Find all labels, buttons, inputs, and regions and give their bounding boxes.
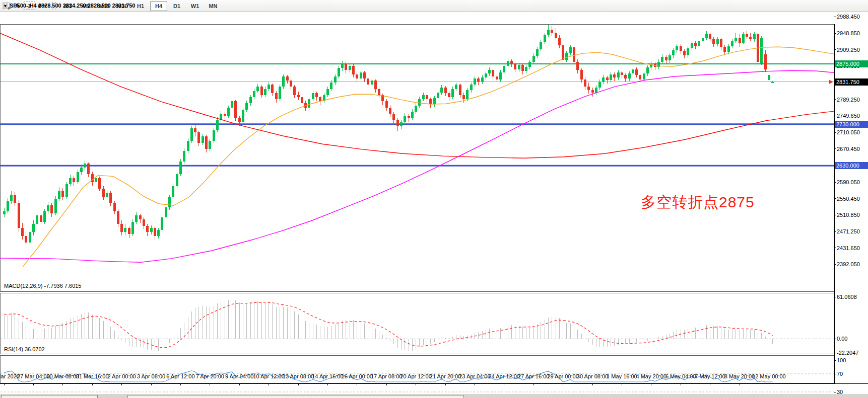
price-axis-badge: 2831.750 [835, 78, 868, 86]
time-axis-label: 20 Apr 12:00 [400, 373, 431, 379]
rsi-label: RSI(14) 36.0702 [4, 346, 45, 352]
rsi-axis-label: 70 [837, 371, 843, 377]
time-axis-label: 7 May 12:00 [695, 373, 725, 379]
time-axis-label: 1 May 16:00 [607, 373, 637, 379]
time-axis-label: 17 Apr 08:00 [371, 373, 402, 379]
macd-axis-label: -22.2047 [837, 350, 858, 356]
time-axis-label: 13 Apr 08:00 [283, 373, 314, 379]
time-axis-label: 9 Apr 04:00 [225, 373, 253, 379]
time-axis-label: 6 Apr 12:00 [166, 373, 194, 379]
trading-platform-window: F A T ❖ ▾ M1M5M15M30H1H4D1W1MN ▼SP500-,H… [0, 0, 868, 398]
time-axis-label: 12 May 00:00 [752, 373, 786, 379]
price-axis-label: 2789.250 [837, 97, 860, 103]
chart-symbol: SP500-,H4 [10, 3, 37, 9]
terminal-tab-edge [127, 395, 464, 398]
chart-annotation-text: 多空转折点2875 [641, 192, 755, 213]
terminal-edge [0, 394, 868, 398]
time-axis-label: 29 Apr 00:00 [547, 373, 578, 379]
chart-ohlc: 2828.500 2834.250 2828.500 2831.750 [38, 3, 136, 9]
time-axis-label: 7 Apr 20:00 [196, 373, 224, 379]
rsi-axis-label: 100 [837, 357, 846, 363]
price-axis-label: 2948.850 [837, 30, 860, 36]
chart-title: ▼SP500-,H4 2828.500 2834.250 2828.500 28… [3, 3, 136, 9]
timeframe-button-h4[interactable]: H4 [150, 1, 167, 11]
price-axis-label: 2471.250 [837, 228, 860, 234]
price-axis-label: 2749.650 [837, 113, 860, 119]
timeframe-button-mn[interactable]: MN [205, 1, 222, 11]
price-axis-label: 2988.450 [837, 14, 860, 20]
time-axis-label: 10 Apr 12:00 [253, 373, 284, 379]
chart-expander-icon[interactable]: ▼ [3, 4, 8, 9]
macd-label: MACD(12,26,9) -7.7936 7.6015 [4, 283, 81, 289]
price-axis-badge: 2730.000 [835, 121, 868, 128]
panel-splitter[interactable] [0, 278, 834, 281]
time-axis-label: 30 Mar 08:00 [46, 373, 79, 379]
price-axis-label: 2909.250 [837, 47, 860, 53]
price-axis-label: 2392.050 [837, 261, 860, 267]
price-axis-label: 2590.050 [837, 179, 860, 185]
price-axis-label: 2550.450 [837, 196, 860, 202]
panel-splitter[interactable] [0, 342, 834, 344]
time-axis-label: 8 May 20:00 [724, 373, 755, 379]
time-axis-label: 24 Apr 12:00 [489, 373, 520, 379]
time-axis-label: 4 May 20:00 [636, 373, 667, 379]
price-axis-badge: 2630.000 [835, 162, 868, 169]
time-axis-label: 16 Apr 00:00 [342, 373, 373, 379]
macd-axis-label: 61.0608 [837, 294, 857, 300]
time-axis-label: 14 Apr 16:00 [312, 373, 343, 379]
time-axis-label: 23 Apr 04:00 [459, 373, 490, 379]
time-axis-label: 27 Mar 04:00 [17, 373, 50, 379]
terminal-tab-edge [1, 395, 98, 398]
price-axis-badge: 2875.000 [835, 60, 868, 67]
time-axis-label: 21 Apr 20:00 [430, 373, 461, 379]
time-axis-label: 6 May 04:00 [665, 373, 696, 379]
time-axis-label: 30 Apr 08:00 [577, 373, 608, 379]
time-axis-label: 31 Mar 16:00 [76, 373, 109, 379]
timeframe-button-d1[interactable]: D1 [168, 1, 185, 11]
price-axis-label: 2510.850 [837, 212, 860, 218]
price-axis-label: 2710.050 [837, 129, 860, 135]
macd-axis-label: 0.00 [837, 336, 847, 342]
time-axis-label: 3 Apr 08:00 [137, 373, 165, 379]
time-axis-label: 27 Apr 16:00 [518, 373, 549, 379]
price-axis-label: 2431.650 [837, 245, 860, 251]
timeframe-button-w1[interactable]: W1 [186, 1, 204, 11]
time-axis-label: 2 Apr 00:00 [107, 373, 136, 379]
price-axis-label: 2670.450 [837, 146, 860, 152]
